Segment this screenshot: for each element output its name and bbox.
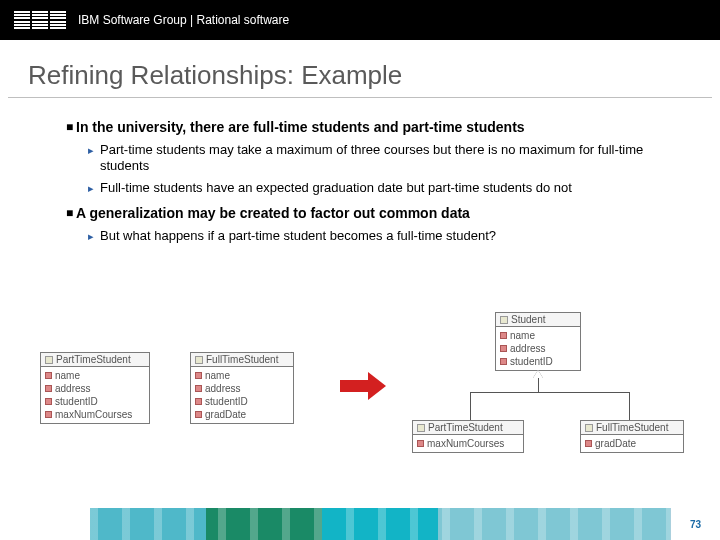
uml-class-student: Student name address studentID — [495, 312, 581, 371]
uml-class-name: FullTimeStudent — [596, 422, 668, 433]
slide-title: Refining Relationships: Example — [28, 60, 692, 91]
uml-class-parttimestudent-before: PartTimeStudent name address studentID m… — [40, 352, 150, 424]
uml-attr: address — [55, 382, 91, 395]
uml-class-fulltimestudent-after: FullTimeStudent gradDate — [580, 420, 684, 453]
bullet-l2: ▸ Part-time students may take a maximum … — [88, 142, 670, 174]
bullet-text: A generalization may be created to facto… — [76, 204, 470, 222]
class-icon — [417, 424, 425, 432]
footer-decorative-strip — [90, 508, 670, 540]
uml-attr: studentID — [55, 395, 98, 408]
bullet-l2: ▸ Full-time students have an expected gr… — [88, 180, 670, 196]
uml-class-name: FullTimeStudent — [206, 354, 278, 365]
attr-icon — [45, 372, 52, 379]
bullet-l1: ■ A generalization may be created to fac… — [66, 204, 670, 222]
attr-icon — [500, 345, 507, 352]
attr-icon — [45, 385, 52, 392]
arrow-bullet-icon: ▸ — [88, 180, 100, 196]
uml-attr: name — [510, 329, 535, 342]
uml-attr: gradDate — [595, 437, 636, 450]
bullet-l1: ■ In the university, there are full-time… — [66, 118, 670, 136]
content-body: ■ In the university, there are full-time… — [0, 98, 720, 244]
attr-icon — [45, 411, 52, 418]
header-bar: IBM Software Group | Rational software — [0, 0, 720, 40]
arrow-bullet-icon: ▸ — [88, 228, 100, 244]
uml-class-name: PartTimeStudent — [428, 422, 503, 433]
bullet-text: Part-time students may take a maximum of… — [100, 142, 670, 174]
footer-left — [0, 508, 90, 540]
header-text: IBM Software Group | Rational software — [78, 13, 289, 27]
uml-class-name: PartTimeStudent — [56, 354, 131, 365]
footer-right: 73 — [670, 508, 720, 540]
attr-icon — [585, 440, 592, 447]
square-bullet-icon: ■ — [66, 118, 76, 136]
attr-icon — [195, 385, 202, 392]
uml-attr: studentID — [205, 395, 248, 408]
attr-icon — [195, 372, 202, 379]
class-icon — [45, 356, 53, 364]
attr-icon — [417, 440, 424, 447]
uml-class-fulltimestudent-before: FullTimeStudent name address studentID g… — [190, 352, 294, 424]
attr-icon — [45, 398, 52, 405]
uml-line — [470, 392, 471, 420]
attr-icon — [500, 332, 507, 339]
uml-attr: name — [205, 369, 230, 382]
square-bullet-icon: ■ — [66, 204, 76, 222]
uml-attr: name — [55, 369, 80, 382]
bullet-l2: ▸ But what happens if a part-time studen… — [88, 228, 670, 244]
uml-attr: gradDate — [205, 408, 246, 421]
attr-icon — [195, 411, 202, 418]
class-icon — [500, 316, 508, 324]
arrow-bullet-icon: ▸ — [88, 142, 100, 174]
uml-attr: address — [510, 342, 546, 355]
footer-bar: 73 — [0, 508, 720, 540]
uml-class-name: Student — [511, 314, 545, 325]
generalization-arrowhead-icon — [533, 370, 543, 378]
uml-class-parttimestudent-after: PartTimeStudent maxNumCourses — [412, 420, 524, 453]
bullet-text: But what happens if a part-time student … — [100, 228, 496, 244]
uml-diagram-area: PartTimeStudent name address studentID m… — [40, 322, 700, 482]
transform-arrow-icon — [340, 372, 388, 400]
uml-attr: studentID — [510, 355, 553, 368]
attr-icon — [500, 358, 507, 365]
attr-icon — [195, 398, 202, 405]
slide-number: 73 — [690, 519, 701, 530]
class-icon — [585, 424, 593, 432]
uml-line — [538, 378, 539, 392]
uml-attr: maxNumCourses — [55, 408, 132, 421]
bullet-text: In the university, there are full-time s… — [76, 118, 525, 136]
class-icon — [195, 356, 203, 364]
uml-line — [629, 392, 630, 420]
ibm-logo — [14, 11, 66, 29]
bullet-text: Full-time students have an expected grad… — [100, 180, 572, 196]
uml-attr: maxNumCourses — [427, 437, 504, 450]
uml-attr: address — [205, 382, 241, 395]
uml-line — [470, 392, 630, 393]
title-area: Refining Relationships: Example — [8, 40, 712, 98]
